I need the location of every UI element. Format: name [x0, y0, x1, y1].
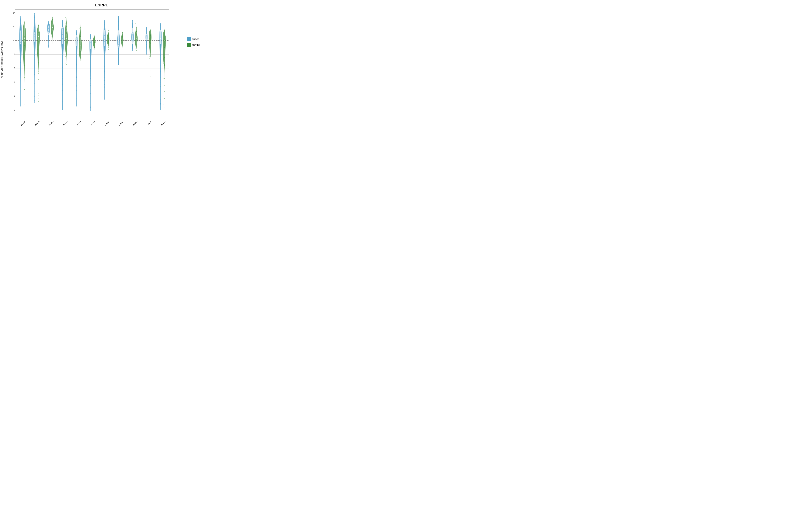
svg-point-116 — [48, 28, 49, 29]
legend-normal: Normal — [187, 43, 200, 47]
svg-point-82 — [38, 45, 39, 46]
svg-point-265 — [94, 36, 94, 37]
svg-point-389 — [136, 32, 137, 32]
svg-point-188 — [65, 17, 66, 18]
svg-point-286 — [104, 77, 105, 78]
svg-point-422 — [150, 42, 151, 43]
svg-point-365 — [132, 43, 133, 43]
svg-point-392 — [136, 35, 137, 36]
svg-point-344 — [122, 35, 123, 36]
x-label: KIRC — [87, 118, 99, 127]
svg-point-294 — [104, 84, 105, 85]
svg-point-313 — [108, 33, 109, 34]
svg-point-452 — [160, 77, 161, 78]
svg-point-437 — [150, 44, 150, 45]
svg-point-27 — [20, 105, 21, 105]
svg-point-41 — [24, 39, 24, 40]
svg-point-431 — [150, 75, 150, 75]
svg-point-49 — [24, 65, 24, 66]
svg-point-96 — [38, 80, 38, 81]
legend-normal-box — [187, 43, 191, 47]
svg-point-472 — [164, 98, 165, 99]
svg-point-307 — [108, 31, 108, 32]
svg-point-218 — [80, 48, 80, 49]
svg-point-182 — [66, 46, 66, 47]
svg-point-180 — [65, 56, 66, 57]
svg-point-326 — [118, 18, 119, 18]
svg-point-148 — [62, 34, 63, 35]
svg-point-48 — [24, 45, 24, 46]
svg-point-468 — [164, 96, 165, 96]
svg-point-445 — [160, 49, 161, 50]
svg-point-432 — [150, 35, 151, 36]
chart-title: ESRP1 — [0, 0, 203, 9]
svg-point-330 — [118, 59, 119, 59]
svg-point-390 — [136, 27, 137, 28]
svg-point-117 — [49, 45, 49, 46]
svg-point-476 — [164, 104, 164, 105]
svg-point-380 — [136, 48, 136, 49]
svg-point-40 — [24, 90, 25, 91]
svg-point-175 — [66, 32, 67, 33]
svg-point-282 — [104, 39, 105, 40]
svg-point-111 — [48, 24, 49, 25]
svg-point-216 — [80, 39, 81, 39]
y-tick-label: 4 — [14, 81, 15, 83]
svg-point-14 — [20, 77, 21, 78]
svg-point-426 — [150, 64, 150, 64]
svg-point-44 — [24, 47, 25, 47]
svg-point-159 — [62, 71, 63, 71]
svg-point-459 — [160, 55, 161, 56]
svg-point-127 — [52, 35, 53, 36]
svg-point-342 — [122, 42, 122, 42]
svg-point-273 — [94, 37, 94, 38]
svg-point-362 — [132, 24, 133, 24]
svg-point-88 — [38, 34, 38, 35]
svg-rect-315 — [118, 30, 119, 48]
svg-rect-275 — [104, 30, 105, 46]
svg-point-410 — [146, 35, 147, 36]
svg-point-57 — [34, 83, 35, 84]
svg-point-215 — [80, 39, 80, 39]
svg-point-206 — [77, 98, 77, 99]
svg-point-15 — [20, 72, 21, 73]
svg-point-260 — [94, 44, 94, 45]
svg-point-161 — [63, 65, 63, 65]
svg-point-245 — [91, 106, 91, 107]
svg-point-219 — [80, 27, 81, 28]
svg-point-327 — [118, 21, 118, 22]
svg-point-250 — [91, 78, 91, 79]
svg-point-450 — [160, 84, 161, 85]
svg-point-481 — [164, 29, 165, 30]
svg-point-381 — [136, 40, 136, 41]
svg-point-98 — [38, 73, 39, 74]
svg-point-199 — [76, 85, 77, 86]
svg-point-474 — [164, 45, 165, 46]
svg-point-171 — [66, 33, 67, 34]
svg-point-222 — [80, 16, 80, 17]
svg-point-314 — [108, 49, 108, 50]
svg-point-230 — [80, 36, 81, 37]
svg-point-179 — [66, 46, 67, 46]
x-label: LUAD — [101, 118, 113, 127]
svg-point-158 — [62, 38, 63, 38]
svg-point-385 — [136, 49, 136, 50]
svg-point-409 — [146, 45, 147, 45]
svg-point-253 — [91, 58, 91, 59]
svg-point-436 — [150, 49, 150, 49]
svg-point-439 — [150, 41, 150, 42]
svg-point-482 — [164, 85, 165, 86]
svg-point-411 — [147, 37, 147, 37]
svg-point-84 — [38, 62, 39, 63]
svg-point-323 — [118, 30, 119, 31]
svg-point-16 — [20, 61, 21, 61]
x-label: BLCA — [17, 118, 29, 127]
svg-rect-78 — [38, 25, 39, 41]
svg-point-433 — [150, 31, 150, 31]
svg-point-112 — [49, 27, 49, 28]
svg-point-95 — [38, 71, 39, 71]
x-label: UCEC — [157, 118, 169, 127]
svg-point-435 — [149, 42, 150, 43]
svg-point-423 — [150, 56, 151, 57]
svg-point-47 — [24, 77, 25, 78]
